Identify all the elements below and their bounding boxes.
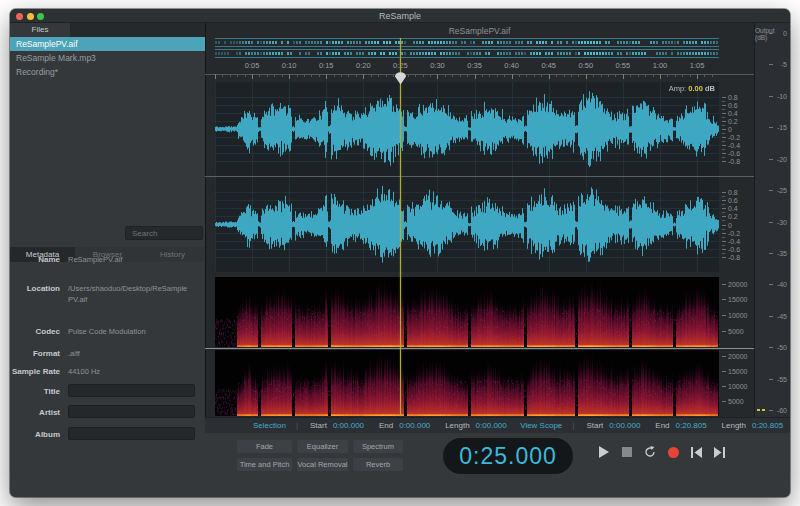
amp-tick — [722, 249, 726, 250]
amp-tick — [722, 192, 726, 193]
ruler-minor-tick — [341, 74, 342, 77]
time-and-pitch-button[interactable]: Time and Pitch — [237, 458, 292, 471]
divider: | — [296, 421, 298, 430]
amp-tick — [722, 241, 726, 242]
ruler-minor-tick — [334, 74, 335, 77]
fade-button[interactable]: Fade — [237, 440, 292, 453]
ruler-minor-tick — [378, 74, 379, 77]
freq-tick — [722, 315, 726, 316]
selection-start-label: Start — [310, 421, 327, 430]
waveform-channel-2[interactable] — [215, 177, 719, 272]
control-bar: FadeEqualizerSpectrumTime and PitchVocal… — [205, 433, 790, 497]
ruler-minor-tick — [601, 74, 602, 77]
ruler-label: 0:05 — [245, 61, 260, 70]
output-tick-label: -45 — [777, 312, 787, 319]
ruler-label: 1:00 — [653, 61, 668, 70]
freq-tick — [722, 299, 726, 300]
amp-tick — [722, 141, 725, 142]
skip-to-end-button[interactable] — [713, 446, 725, 458]
timeline-ruler[interactable]: 0:050:100:150:200:250:300:350:400:450:50… — [205, 60, 754, 82]
field-label: Title — [10, 387, 60, 396]
equalizer-button[interactable]: Equalizer — [297, 440, 348, 453]
transport-controls — [598, 446, 725, 458]
play-button[interactable] — [598, 446, 610, 458]
ruler-minor-tick — [282, 74, 283, 77]
artist-field[interactable] — [68, 405, 195, 418]
ruler-label: 0:40 — [504, 61, 519, 70]
spectrogram-channel-2[interactable] — [215, 350, 719, 416]
amp-tick-label: 0.2 — [728, 118, 738, 125]
record-button[interactable] — [667, 446, 679, 458]
ruler-tick — [475, 74, 476, 79]
overview-waveform[interactable] — [215, 38, 719, 59]
ruler-minor-tick — [712, 74, 713, 77]
ruler-label: 1:05 — [690, 61, 705, 70]
ruler-minor-tick — [482, 74, 483, 77]
amp-tick-label: -0.8 — [728, 253, 740, 260]
output-meter-value — [762, 409, 765, 411]
output-tick-label: -35 — [777, 249, 787, 256]
amp-tick — [722, 212, 725, 213]
divider: | — [572, 421, 574, 430]
spectrogram-channel-1[interactable] — [215, 277, 719, 347]
output-tick — [769, 347, 773, 348]
tab-files[interactable]: Files — [10, 23, 70, 37]
file-item[interactable]: Recording* — [10, 65, 205, 79]
ruler-minor-tick — [311, 74, 312, 77]
amp-tick — [722, 133, 725, 134]
freq-tick-label: 20000 — [728, 353, 747, 360]
ruler-minor-tick — [423, 74, 424, 77]
amp-tick-label: -0.4 — [728, 141, 740, 148]
files-tab-row: Files — [10, 23, 205, 37]
freq-tick-label: 15000 — [728, 296, 747, 303]
ruler-minor-tick — [304, 74, 305, 77]
ruler-minor-tick — [653, 74, 654, 77]
title-bar[interactable]: ReSample — [10, 9, 790, 23]
loop-button[interactable] — [644, 446, 656, 458]
album-field[interactable] — [68, 427, 195, 440]
output-tick-label: -25 — [777, 187, 787, 194]
title-field[interactable] — [68, 384, 195, 397]
field-label: Album — [10, 430, 60, 439]
ruler-minor-tick — [638, 74, 639, 77]
reverb-button[interactable]: Reverb — [353, 458, 403, 471]
amp-tick — [722, 204, 725, 205]
freq-tick-label: 5000 — [728, 398, 744, 405]
time-display[interactable]: 0:25.000 — [443, 438, 573, 474]
amp-tick — [722, 125, 725, 126]
amp-tick — [722, 113, 726, 114]
ruler-minor-tick — [489, 74, 490, 77]
skip-to-start-button[interactable] — [690, 446, 702, 458]
ruler-label: 0:30 — [430, 61, 445, 70]
ruler-minor-tick — [608, 74, 609, 77]
amp-tick — [722, 200, 726, 201]
amp-tick-label: 0.6 — [728, 102, 738, 109]
amp-tick-label: -0.6 — [728, 149, 740, 156]
ruler-minor-tick — [460, 74, 461, 77]
selection-end-value: 0:00.000 — [399, 421, 437, 430]
stop-button[interactable] — [621, 446, 633, 458]
playhead-handle[interactable] — [394, 72, 407, 85]
amp-tick-label: 0 — [728, 221, 732, 228]
vocal-removal-button[interactable]: Vocal Removal — [297, 458, 348, 471]
file-item[interactable]: ReSample Mark.mp3 — [10, 51, 205, 65]
ruler-minor-tick — [534, 74, 535, 77]
ruler-label: 0:50 — [578, 61, 593, 70]
file-item[interactable]: ReSamplePV.aif — [10, 37, 205, 51]
field-label: Sample Rate — [10, 367, 60, 376]
amp-tick — [722, 216, 726, 217]
amp-tick — [722, 101, 725, 102]
spectrum-button[interactable]: Spectrum — [353, 440, 403, 453]
amp-tick-label: -0.4 — [728, 237, 740, 244]
amp-tick — [722, 109, 725, 110]
search-input[interactable] — [125, 226, 203, 240]
output-tick-label: -50 — [777, 344, 787, 351]
ruler-tick — [586, 74, 587, 79]
amp-tick — [722, 153, 726, 154]
ruler-minor-tick — [682, 74, 683, 77]
sidebar: Files ReSamplePV.aifReSample Mark.mp3Rec… — [10, 23, 205, 497]
freq-tick — [722, 401, 726, 402]
waveform-channel-1[interactable] — [215, 82, 719, 176]
amp-tick — [722, 245, 725, 246]
ruler-minor-tick — [237, 74, 238, 77]
